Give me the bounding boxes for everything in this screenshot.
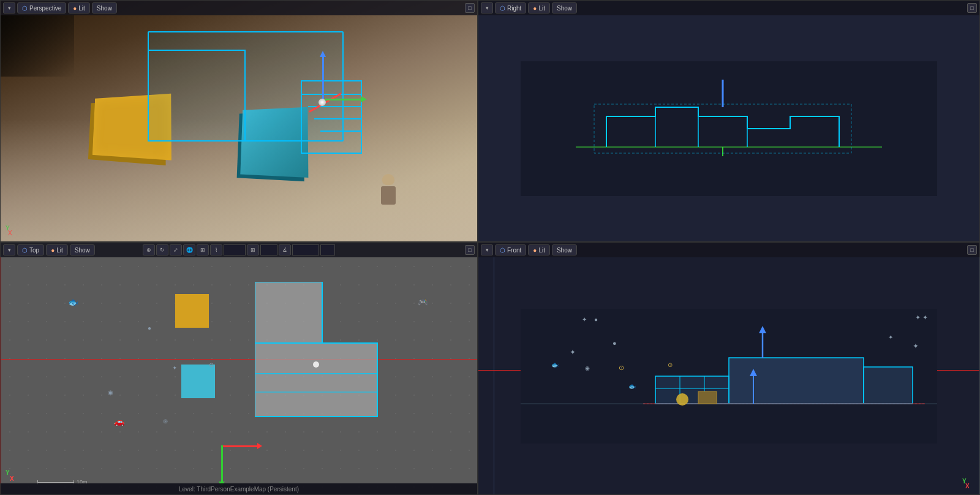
lit-icon: ● [73,5,77,12]
surface-snap-btn[interactable]: ⌇ [210,244,222,255]
perspective-label: Perspective [29,5,61,12]
perspective-lit-btn[interactable]: ● Lit [68,2,90,13]
num-input[interactable]: 4 [320,244,335,255]
perspective-view-btn[interactable]: ⬡ Perspective [17,2,66,13]
svg-rect-16 [655,376,729,404]
perspective-mode-label: Lit [78,5,85,12]
top-icon-wheel: ⊛ [163,418,168,425]
svg-text:🐟: 🐟 [628,382,636,390]
top-toolbar: ▾ ⬡ Top ● Lit Show ⊕ ↻ ⤢ 🌐 ⊞ ⌇ 10 ⊞ [1,243,477,257]
perspective-view-icon: ⬡ [22,5,28,12]
front-toolbar: ▾ ⬡ Front ● Lit Show □ [478,243,979,257]
top-yellow-cube [175,294,209,328]
top-mode-label: Lit [56,247,63,254]
grid-icon-btn[interactable]: ⊞ [247,244,259,255]
front-lit-btn[interactable]: ● Lit [528,244,550,255]
translate-tool-btn[interactable]: ⊕ [143,244,155,255]
front-view-icon: ⬡ [500,247,505,254]
arrow-z [322,56,324,99]
viewport-perspective[interactable]: ▾ ⬡ Perspective ● Lit Show □ [0,0,478,242]
scale-tool-btn[interactable]: ⤢ [170,244,182,255]
top-view-btn[interactable]: ⬡ Top [17,244,44,255]
world-tool-btn[interactable]: 🌐 [183,244,195,255]
top-dropdown-btn[interactable]: ▾ [3,244,15,255]
front-label: Front [507,247,521,254]
axis-y-label: Y [6,225,10,232]
scale-input[interactable]: 0,0625 [292,244,319,255]
viewport-right[interactable]: ▾ ⬡ Right ● Lit Show □ [478,0,980,242]
top-icon-car: 🚗 [114,417,124,426]
right-scene [478,15,979,241]
right-inner-view [521,61,937,196]
front-mode-label: Lit [538,247,545,254]
front-lit-icon: ● [533,247,537,254]
right-dropdown-btn[interactable]: ▾ [481,2,493,13]
svg-text:⊙: ⊙ [668,361,673,368]
status-bar: Level: ThirdPersonExampleMap (Persistent… [1,483,477,494]
right-view-icon: ⬡ [500,5,505,12]
right-view-btn[interactable]: ⬡ Right [495,2,526,13]
svg-text:✦: ✦ [570,348,576,357]
top-show-btn[interactable]: Show [70,244,95,255]
top-lit-btn[interactable]: ● Lit [46,244,68,255]
right-toolbar: ▾ ⬡ Right ● Lit Show □ [478,1,979,15]
perspective-maximize-btn[interactable]: □ [465,3,475,13]
svg-text:🐟: 🐟 [551,361,559,369]
perspective-show-label: Show [97,5,112,12]
top-lit-icon: ● [51,247,55,254]
front-maximize-btn[interactable]: □ [967,245,977,255]
top-icon-light: ⊙ [209,361,214,368]
right-lit-btn[interactable]: ● Lit [528,2,550,13]
top-maximize-btn[interactable]: □ [465,245,475,255]
top-view-icon: ⬡ [22,247,28,254]
perspective-show-btn[interactable]: Show [92,2,117,13]
viewport-front[interactable]: ▾ ⬡ Front ● Lit Show □ [478,242,980,495]
svg-text:✦: ✦ [888,334,893,341]
svg-rect-20 [864,367,913,404]
viewport-top[interactable]: ▾ ⬡ Top ● Lit Show ⊕ ↻ ⤢ 🌐 ⊞ ⌇ 10 ⊞ [0,242,478,495]
character-figure [373,174,404,211]
angle-input[interactable]: 5 [260,244,277,255]
front-dropdown-btn[interactable]: ▾ [481,244,493,255]
ruler-line [37,482,74,483]
level-status-text: Level: ThirdPersonExampleMap (Persistent… [179,486,299,493]
right-maximize-btn[interactable]: □ [967,3,977,13]
top-icon-sphere1: ● [148,325,151,331]
front-top-icons: ✦ ✦ [915,314,928,322]
front-scene: ✦ ● ✦ ✦ 🐟 ◉ ⊙ ⊙ 🐟 [478,257,979,494]
top-show-label: Show [75,247,90,254]
svg-rect-35 [698,391,717,404]
top-icon-controller: 🎮 [418,297,428,307]
snap-tool-btn[interactable]: ⊞ [197,244,209,255]
angle-icon-btn[interactable]: ∡ [279,244,291,255]
grid-size-input[interactable]: 10 [224,244,246,255]
svg-text:◉: ◉ [585,365,590,371]
gizmo-center [318,99,326,106]
svg-text:✦: ✦ [913,342,919,350]
perspective-dropdown-btn[interactable]: ▾ [3,2,15,13]
staircase-outline [301,80,362,154]
building-outline-right-svg [576,80,882,178]
perspective-toolbar: ▾ ⬡ Perspective ● Lit Show □ [1,1,477,15]
svg-text:⊙: ⊙ [619,364,624,371]
right-show-btn[interactable]: Show [552,2,577,13]
char-head [382,174,394,185]
top-axis-x-label: X [10,475,14,482]
top-label: Top [29,247,39,254]
char-body [381,186,396,205]
right-lit-icon: ● [533,5,537,12]
gizmo-green [221,445,223,482]
top-scene: 🐟 ● ⊙ ✦ 🎮 ◉ 🚗 ⊛ 10m X Y [1,257,477,494]
building-detail [148,50,246,142]
right-show-label: Show [557,5,572,12]
front-icon-top-right: ● [594,316,598,323]
right-label: Right [507,5,521,12]
front-show-label: Show [557,247,572,254]
top-teal-cube [181,365,215,398]
gizmo-red [221,445,258,447]
front-view-btn[interactable]: ⬡ Front [495,244,526,255]
svg-point-34 [676,393,688,406]
rotate-tool-btn[interactable]: ↻ [156,244,168,255]
front-show-btn[interactable]: Show [552,244,577,255]
arrow-y [325,99,362,100]
